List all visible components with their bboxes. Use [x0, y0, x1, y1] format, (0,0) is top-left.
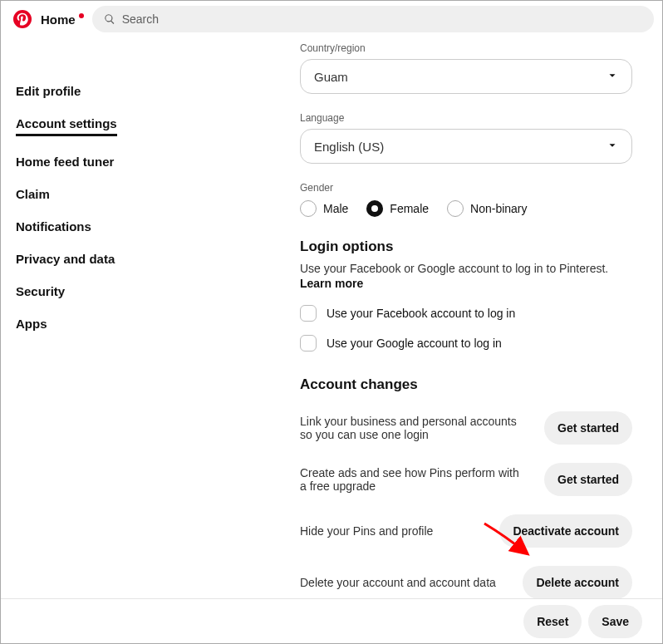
topbar: Home Search — [1, 1, 662, 37]
settings-main: Country/region Guam Language English (US… — [167, 54, 662, 598]
country-label: Country/region — [300, 42, 632, 54]
sidebar-item-label: Apps — [16, 317, 47, 331]
radio-label: Male — [323, 202, 348, 215]
sidebar-item-account-settings[interactable]: Account settings — [16, 116, 167, 136]
action-desc: Create ads and see how Pins perform with… — [300, 466, 528, 493]
action-desc: Link your business and personal accounts… — [300, 415, 528, 441]
radio-label: Female — [390, 202, 429, 215]
save-button[interactable]: Save — [588, 605, 642, 638]
sidebar-item-security[interactable]: Security — [16, 284, 167, 298]
sidebar-item-label: Privacy and data — [16, 252, 115, 266]
chevron-down-icon — [607, 140, 618, 154]
gender-radio-male[interactable]: Male — [300, 200, 348, 217]
checkbox-icon — [300, 305, 317, 322]
sidebar-item-home-feed-tuner[interactable]: Home feed tuner — [16, 155, 167, 169]
login-options-title: Login options — [300, 238, 632, 255]
action-desc: Delete your account and account data — [300, 576, 506, 589]
google-login-checkbox[interactable]: Use your Google account to log in — [300, 335, 632, 351]
create-ads-row: Create ads and see how Pins perform with… — [300, 463, 632, 496]
deactivate-row: Hide your Pins and profile Deactivate ac… — [300, 514, 632, 548]
search-input[interactable]: Search — [92, 6, 654, 32]
sidebar-item-notifications[interactable]: Notifications — [16, 219, 167, 234]
facebook-login-checkbox[interactable]: Use your Facebook account to log in — [300, 305, 632, 322]
sidebar-item-label: Account settings — [16, 116, 117, 136]
gender-radio-female[interactable]: Female — [366, 200, 429, 217]
reset-button[interactable]: Reset — [523, 605, 582, 638]
search-icon — [104, 13, 115, 25]
sidebar-item-label: Security — [16, 284, 65, 298]
radio-icon — [300, 200, 317, 217]
language-label: Language — [300, 112, 632, 124]
gender-label: Gender — [300, 182, 632, 194]
home-label: Home — [41, 12, 76, 27]
get-started-button[interactable]: Get started — [544, 463, 632, 496]
delete-row: Delete your account and account data Del… — [300, 566, 632, 598]
language-value: English (US) — [314, 140, 384, 154]
settings-sidebar: Edit profile Account settings Home feed … — [1, 54, 167, 598]
learn-more-link[interactable]: Learn more — [300, 277, 363, 290]
gender-radio-nonbinary[interactable]: Non-binary — [447, 200, 527, 217]
home-link[interactable]: Home — [41, 12, 84, 27]
account-changes-title: Account changes — [300, 376, 632, 393]
gender-radio-group: Male Female Non-binary — [300, 200, 632, 217]
deactivate-account-button[interactable]: Deactivate account — [499, 514, 632, 548]
sidebar-item-label: Claim — [16, 187, 50, 201]
link-accounts-row: Link your business and personal accounts… — [300, 411, 632, 445]
checkbox-label: Use your Facebook account to log in — [327, 307, 515, 320]
country-select[interactable]: Guam — [300, 59, 632, 94]
checkbox-label: Use your Google account to log in — [327, 337, 502, 350]
sidebar-item-label: Home feed tuner — [16, 155, 114, 169]
footer: Reset Save — [1, 598, 662, 643]
country-value: Guam — [314, 70, 348, 84]
pinterest-logo-icon[interactable] — [12, 9, 32, 29]
checkbox-icon — [300, 335, 317, 351]
sidebar-item-claim[interactable]: Claim — [16, 187, 167, 201]
sidebar-item-edit-profile[interactable]: Edit profile — [16, 84, 167, 98]
radio-icon — [366, 200, 383, 217]
radio-icon — [447, 200, 464, 217]
sidebar-item-apps[interactable]: Apps — [16, 317, 167, 331]
get-started-button[interactable]: Get started — [544, 411, 632, 445]
search-placeholder: Search — [122, 12, 159, 26]
sidebar-item-privacy-and-data[interactable]: Privacy and data — [16, 252, 167, 266]
radio-label: Non-binary — [470, 202, 527, 215]
delete-account-button[interactable]: Delete account — [523, 566, 632, 598]
notification-dot-icon — [79, 13, 84, 18]
action-desc: Hide your Pins and profile — [300, 524, 483, 538]
login-options-desc: Use your Facebook or Google account to l… — [300, 262, 632, 275]
sidebar-item-label: Edit profile — [16, 84, 81, 98]
language-select[interactable]: English (US) — [300, 129, 632, 164]
sidebar-item-label: Notifications — [16, 219, 91, 234]
chevron-down-icon — [607, 70, 618, 84]
